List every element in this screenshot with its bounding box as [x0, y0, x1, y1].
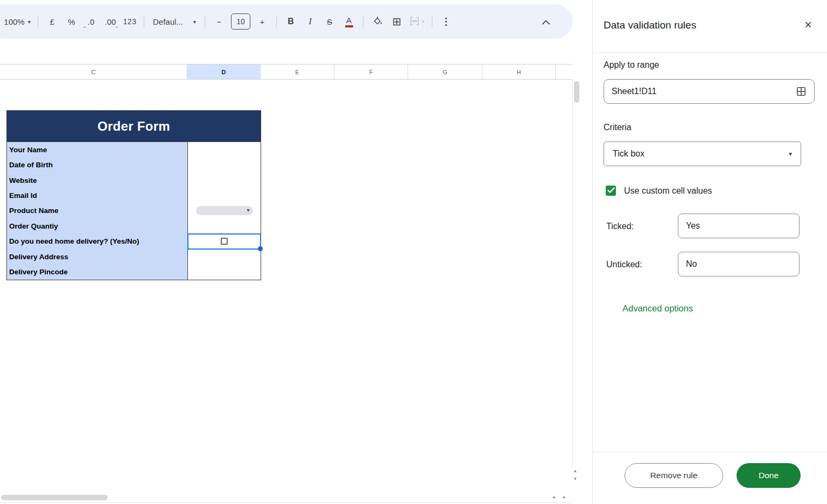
- apply-to-range-label: Apply to range: [604, 60, 659, 70]
- use-custom-values-row[interactable]: Use custom cell values: [606, 186, 712, 196]
- horizontal-scrollbar-thumb[interactable]: [1, 495, 108, 500]
- label-cell-product-name[interactable]: Product Name: [7, 203, 187, 218]
- decrease-decimal-button[interactable]: .0 ←: [81, 12, 101, 31]
- unticked-value-input[interactable]: [678, 252, 800, 276]
- toolbar: 100% ▾ £ % .0 ← .00 → 123 Defaul... ▾ − …: [0, 4, 573, 39]
- paint-bucket-icon: [372, 16, 383, 28]
- product-name-dropdown[interactable]: ▾: [196, 206, 253, 215]
- font-family-value: Defaul...: [153, 17, 183, 26]
- criteria-select[interactable]: Tick box ▾: [604, 141, 801, 166]
- close-icon[interactable]: ×: [804, 18, 812, 31]
- column-header-c[interactable]: C: [0, 65, 187, 79]
- value-cell-your-name[interactable]: [187, 142, 261, 157]
- currency-format-button[interactable]: £: [43, 12, 62, 31]
- home-delivery-checkbox[interactable]: [221, 238, 228, 245]
- decrease-font-size-button[interactable]: −: [209, 12, 229, 31]
- form-row: Order Quantiy: [7, 218, 261, 233]
- select-range-icon[interactable]: [796, 86, 807, 97]
- zoom-value: 100%: [4, 17, 24, 26]
- collapse-toolbar-button[interactable]: [536, 12, 556, 31]
- vertical-scrollbar-thumb[interactable]: [574, 81, 579, 103]
- form-title-cell[interactable]: Order Form: [7, 111, 261, 142]
- done-button[interactable]: Done: [737, 463, 801, 488]
- increase-decimal-button[interactable]: .00 →: [101, 12, 120, 31]
- label-cell-website[interactable]: Website: [7, 173, 187, 188]
- column-header-h[interactable]: H: [482, 65, 556, 79]
- merge-cells-button[interactable]: ▾: [407, 12, 427, 31]
- form-row: Delivery Address: [7, 249, 261, 264]
- column-header-f[interactable]: F: [334, 65, 408, 79]
- fill-color-button[interactable]: [368, 12, 387, 31]
- column-header-e[interactable]: E: [261, 65, 334, 79]
- form-row: Date of Birth: [7, 157, 261, 172]
- text-color-button[interactable]: A: [339, 12, 359, 31]
- range-input[interactable]: Sheet1!D11: [604, 79, 815, 104]
- custom-values-checkbox[interactable]: [606, 186, 616, 196]
- scroll-left-arrow[interactable]: ◂: [552, 495, 555, 500]
- value-cell-website[interactable]: [187, 173, 261, 188]
- borders-icon: ⊞: [393, 15, 402, 28]
- remove-rule-button[interactable]: Remove rule: [625, 463, 723, 488]
- label-cell-email-id[interactable]: Email Id: [7, 188, 187, 203]
- chevron-down-icon: ▾: [193, 19, 196, 25]
- form-row: Your Name: [7, 142, 261, 157]
- chevron-up-icon: [542, 17, 550, 26]
- column-header-d[interactable]: D: [187, 65, 261, 79]
- more-formats-icon: 123: [123, 17, 137, 26]
- form-row: Product Name ▾: [7, 203, 261, 218]
- label-cell-your-name[interactable]: Your Name: [7, 142, 187, 157]
- scroll-down-arrow[interactable]: ▾: [574, 477, 577, 481]
- strikethrough-icon: S: [327, 17, 332, 26]
- scroll-right-arrow[interactable]: ▸: [563, 495, 566, 500]
- italic-button[interactable]: I: [300, 12, 320, 31]
- custom-values-label: Use custom cell values: [624, 186, 712, 196]
- selected-cell-d11[interactable]: [187, 234, 261, 249]
- arrow-left-icon: ←: [82, 24, 87, 29]
- font-size-input[interactable]: 10: [231, 13, 250, 30]
- label-cell-delivery-address[interactable]: Delivery Address: [7, 249, 187, 264]
- range-value: Sheet1!D11: [612, 87, 656, 96]
- more-formats-button[interactable]: 123: [120, 12, 139, 31]
- more-vertical-icon: ⋮: [441, 16, 451, 27]
- horizontal-scrollbar-track: [0, 502, 572, 503]
- chevron-down-icon: ▾: [28, 19, 31, 25]
- font-family-select[interactable]: Defaul... ▾: [149, 12, 200, 31]
- ticked-value-input[interactable]: [678, 214, 800, 238]
- currency-icon: £: [50, 17, 54, 26]
- advanced-options-link[interactable]: Advanced options: [622, 303, 693, 314]
- value-cell-email-id[interactable]: [187, 188, 261, 203]
- vertical-scrollbar-track: [572, 80, 573, 468]
- label-cell-home-delivery[interactable]: Do you need home delivery? (Yes/No): [7, 234, 187, 249]
- criteria-value: Tick box: [613, 149, 644, 159]
- more-options-button[interactable]: ⋮: [437, 12, 456, 31]
- scroll-up-arrow[interactable]: ▴: [574, 468, 577, 473]
- percent-format-button[interactable]: %: [62, 12, 81, 31]
- toolbar-divider: [205, 16, 205, 27]
- value-cell-date-of-birth[interactable]: [187, 157, 261, 172]
- text-color-icon: A: [345, 16, 353, 27]
- column-header-g[interactable]: G: [408, 65, 482, 79]
- panel-footer-divider: [593, 452, 827, 452]
- toolbar-divider: [432, 16, 432, 27]
- panel-divider: [593, 52, 827, 53]
- label-cell-date-of-birth[interactable]: Date of Birth: [7, 157, 187, 172]
- strikethrough-button[interactable]: S: [320, 12, 339, 31]
- borders-button[interactable]: ⊞: [387, 12, 407, 31]
- zoom-select[interactable]: 100% ▾: [1, 12, 33, 31]
- arrow-right-icon: →: [114, 24, 119, 29]
- check-icon: [607, 186, 615, 196]
- label-cell-order-quantity[interactable]: Order Quantiy: [7, 218, 187, 233]
- increase-font-size-button[interactable]: +: [253, 12, 272, 31]
- value-cell-delivery-address[interactable]: [187, 249, 261, 264]
- bold-button[interactable]: B: [281, 12, 300, 31]
- unticked-label: Unticked:: [606, 260, 642, 269]
- label-cell-delivery-pincode[interactable]: Delivery Pincode: [7, 265, 187, 280]
- value-cell-product-name[interactable]: ▾: [187, 203, 261, 218]
- ticked-label: Ticked:: [606, 222, 634, 231]
- chevron-down-icon: ▾: [422, 19, 425, 24]
- toolbar-divider: [144, 16, 144, 27]
- value-cell-delivery-pincode[interactable]: [187, 265, 261, 280]
- decrease-decimal-icon: .0: [88, 17, 95, 26]
- column-headers: C D E F G H: [0, 64, 572, 80]
- value-cell-order-quantity[interactable]: [187, 218, 261, 233]
